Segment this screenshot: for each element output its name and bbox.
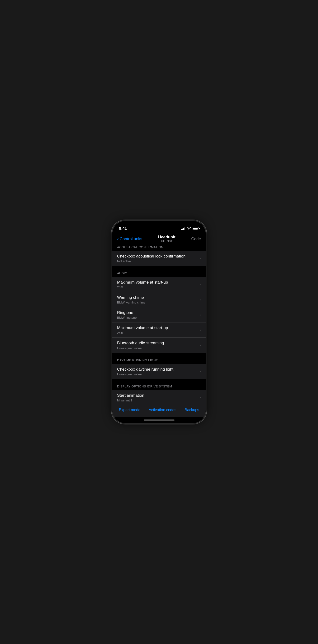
section-header-display: DISPLAY OPTIONS IDRIVE SYSTEM	[112, 384, 206, 390]
tab-expert-mode[interactable]: Expert mode	[119, 408, 140, 412]
list-item[interactable]: Checkbox daytime running light Unassigne…	[112, 364, 206, 379]
dynamic-island	[145, 224, 173, 232]
section-audio: AUDIO Maximum volume at start-up 25% › W…	[112, 272, 206, 352]
item-title: Maximum volume at start-up	[117, 325, 198, 330]
item-subtitle: BMW ringtone	[117, 316, 198, 320]
chevron-right-icon: ›	[200, 282, 201, 287]
item-subtitle: 25%	[117, 331, 198, 334]
nav-bar: ‹ Control units Headunit HU_NBT Code	[112, 233, 206, 246]
status-icons	[181, 227, 199, 230]
item-subtitle: Unassigned value	[117, 346, 198, 350]
phone-frame: 9:41 ‹	[112, 221, 206, 423]
chevron-right-icon: ›	[200, 395, 201, 400]
tab-backups[interactable]: Backups	[185, 408, 199, 412]
tab-bar: Expert mode Activation codes Backups	[112, 405, 206, 417]
section-acoustical-confirmation: ACOUSTICAL CONFIRMATION Checkbox acousti…	[112, 246, 206, 266]
status-time: 9:41	[119, 226, 127, 231]
item-title: Start animation	[117, 393, 198, 398]
daytime-list: Checkbox daytime running light Unassigne…	[112, 364, 206, 379]
item-title: Ringtone	[117, 310, 198, 315]
list-item[interactable]: Ringtone BMW ringtone ›	[112, 307, 206, 322]
item-title: Warning chime	[117, 295, 198, 300]
item-subtitle: Unassigned value	[117, 372, 198, 376]
list-item[interactable]: Bluetooth audio streaming Unassigned val…	[112, 338, 206, 352]
page-title: Headunit	[158, 235, 176, 240]
home-bar	[144, 420, 175, 421]
item-title: Maximum volume at start-up	[117, 280, 198, 285]
item-subtitle: BMW warning chime	[117, 301, 198, 304]
item-title: Bluetooth audio streaming	[117, 340, 198, 346]
audio-list: Maximum volume at start-up 25% › Warning…	[112, 277, 206, 352]
list-item[interactable]: Maximum volume at start-up 25% ›	[112, 277, 206, 292]
chevron-right-icon: ›	[200, 297, 201, 302]
back-chevron-icon: ‹	[117, 236, 119, 241]
list-item[interactable]: Start animation M variant 1 ›	[112, 390, 206, 405]
chevron-right-icon: ›	[200, 312, 201, 317]
section-daytime-running-light: DAYTIME RUNNING LIGHT Checkbox daytime r…	[112, 358, 206, 379]
tab-activation-codes[interactable]: Activation codes	[149, 408, 177, 412]
list-item[interactable]: Warning chime BMW warning chime ›	[112, 292, 206, 307]
page-subtitle: HU_NBT	[158, 240, 176, 243]
list-item[interactable]: Maximum volume at start-up 25% ›	[112, 322, 206, 338]
list-item[interactable]: Checkbox acoustical lock confirmation No…	[112, 251, 206, 266]
section-display-options: DISPLAY OPTIONS IDRIVE SYSTEM Start anim…	[112, 384, 206, 405]
code-button[interactable]: Code	[191, 237, 201, 242]
back-label: Control units	[120, 237, 142, 242]
item-title: Checkbox daytime running light	[117, 367, 198, 372]
display-list: Start animation M variant 1 ›	[112, 390, 206, 405]
content-area: ACOUSTICAL CONFIRMATION Checkbox acousti…	[112, 246, 206, 405]
item-subtitle: M variant 1	[117, 398, 198, 402]
section-header-acoustical: ACOUSTICAL CONFIRMATION	[112, 246, 206, 251]
nav-title: Headunit HU_NBT	[158, 235, 176, 243]
item-title: Checkbox acoustical lock confirmation	[117, 254, 198, 259]
back-button[interactable]: ‹ Control units	[117, 237, 142, 242]
wifi-icon	[187, 227, 191, 230]
phone-screen: 9:41 ‹	[112, 221, 206, 423]
item-subtitle: Not active	[117, 260, 198, 263]
signal-icon	[181, 227, 185, 230]
home-indicator	[112, 417, 206, 423]
acoustical-list: Checkbox acoustical lock confirmation No…	[112, 251, 206, 266]
item-subtitle: 25%	[117, 286, 198, 289]
chevron-right-icon: ›	[200, 343, 201, 348]
battery-icon	[193, 227, 199, 230]
section-header-audio: AUDIO	[112, 272, 206, 277]
chevron-right-icon: ›	[200, 256, 201, 261]
section-header-daytime: DAYTIME RUNNING LIGHT	[112, 358, 206, 364]
chevron-right-icon: ›	[200, 369, 201, 374]
chevron-right-icon: ›	[200, 328, 201, 332]
